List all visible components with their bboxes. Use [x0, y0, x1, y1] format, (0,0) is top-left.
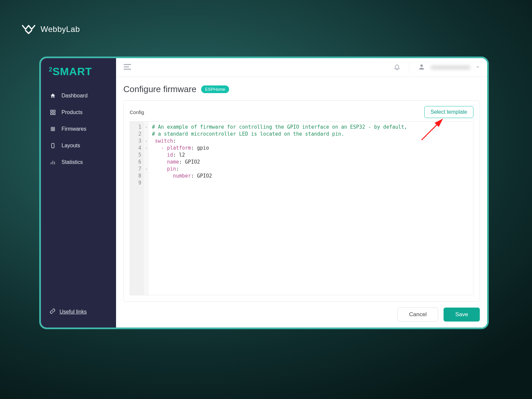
app-window: 2SMART Dashboard Products Firmwares	[39, 57, 489, 329]
svg-point-13	[420, 64, 423, 66]
cancel-button[interactable]: Cancel	[397, 308, 438, 322]
sidebar-item-label: Layouts	[62, 143, 80, 149]
editor-gutter: 123456789	[130, 122, 144, 295]
config-header: Config Select template	[130, 106, 473, 118]
sidebar-item-label: Products	[62, 109, 82, 115]
svg-rect-5	[52, 128, 54, 130]
divider	[409, 62, 409, 73]
topbar	[116, 58, 487, 77]
main: Configure firmware ESPHome Config Select…	[116, 58, 487, 328]
brand-name: WebbyLab	[41, 25, 80, 34]
brand-logo: WebbyLab	[21, 21, 80, 37]
firmware-type-badge: ESPHome	[201, 85, 229, 93]
home-icon	[50, 92, 56, 99]
device-icon	[50, 142, 56, 149]
select-template-button[interactable]: Select template	[424, 106, 473, 118]
chip-icon	[50, 126, 56, 132]
grid-icon	[50, 109, 56, 116]
brand-icon	[21, 21, 36, 37]
config-label: Config	[130, 109, 144, 115]
link-icon	[50, 308, 56, 316]
svg-rect-3	[54, 113, 55, 115]
svg-rect-2	[51, 113, 52, 115]
svg-rect-4	[51, 127, 55, 131]
footer-actions: Cancel Save	[123, 302, 480, 322]
editor-fold-column: ▾▾▾▾	[144, 122, 149, 295]
code-editor[interactable]: 123456789 ▾▾▾▾ # An example of firmware …	[130, 121, 473, 295]
sidebar-item-label: Dashboard	[62, 93, 87, 99]
config-card: Config Select template 123456789 ▾▾▾▾ # …	[123, 100, 480, 302]
user-avatar-icon[interactable]	[418, 63, 425, 72]
sidebar-item-dashboard[interactable]: Dashboard	[41, 88, 116, 104]
sidebar-item-layouts[interactable]: Layouts	[41, 138, 116, 154]
menu-icon[interactable]	[123, 64, 131, 71]
svg-rect-6	[52, 143, 54, 148]
sidebar-item-statistics[interactable]: Statistics	[41, 154, 116, 170]
svg-rect-0	[51, 110, 52, 112]
chevron-down-icon[interactable]	[476, 65, 480, 70]
notifications-icon[interactable]	[394, 64, 400, 71]
useful-links[interactable]: Useful links	[41, 304, 116, 320]
save-button[interactable]: Save	[444, 308, 480, 322]
editor-code[interactable]: # An example of firmware for controlling…	[149, 122, 473, 295]
sidebar-item-label: Statistics	[62, 159, 83, 165]
svg-rect-1	[54, 110, 55, 112]
stats-icon	[50, 159, 56, 166]
content: Configure firmware ESPHome Config Select…	[116, 77, 487, 328]
page-title: Configure firmware	[123, 84, 197, 94]
sidebar-item-firmwares[interactable]: Firmwares	[41, 121, 116, 137]
sidebar: 2SMART Dashboard Products Firmwares	[41, 58, 116, 328]
useful-links-label: Useful links	[60, 309, 87, 315]
page-title-row: Configure firmware ESPHome	[123, 84, 480, 94]
sidebar-item-products[interactable]: Products	[41, 104, 116, 120]
user-name-obscured	[431, 65, 470, 70]
sidebar-item-label: Firmwares	[62, 126, 86, 132]
sidebar-nav: Dashboard Products Firmwares Layouts	[41, 88, 116, 170]
app-logo: 2SMART	[41, 64, 116, 85]
